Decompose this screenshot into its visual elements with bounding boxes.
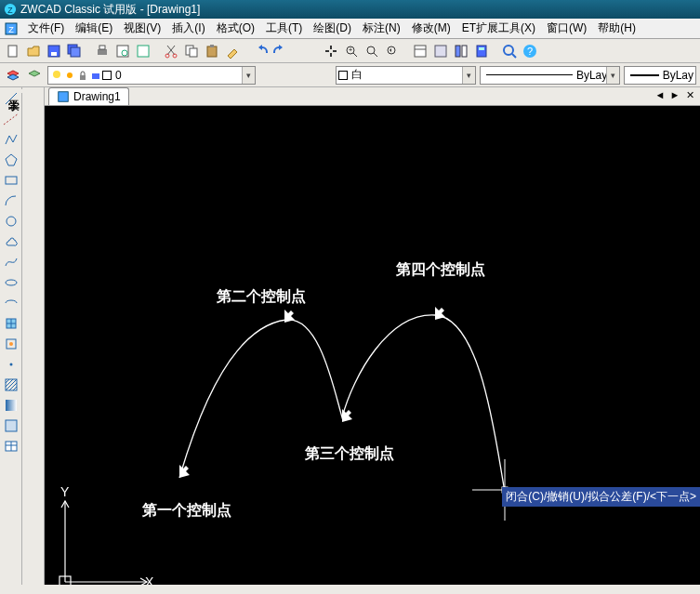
saveall-button[interactable] — [65, 42, 84, 60]
lock-icon — [76, 69, 89, 82]
menu-ettools[interactable]: ET扩展工具(X) — [456, 19, 541, 38]
svg-rect-53 — [6, 420, 17, 431]
svg-point-49 — [9, 342, 13, 346]
command-prompt: 闭合(C)/撤销(U)/拟合公差(F)/<下一点> — [502, 487, 700, 507]
new-button[interactable] — [4, 42, 22, 60]
linetype-dropdown[interactable]: ByLayer ▾ — [480, 66, 620, 85]
drawing-canvas[interactable]: X Y 第一个控制点 第二个控制点 第三个控制点 第四个控制点 闭合(C)/撤销… — [45, 106, 700, 585]
svg-rect-4 — [8, 46, 17, 57]
label-point-1: 第一个控制点 — [142, 501, 231, 521]
menu-view[interactable]: 视图(V) — [118, 19, 166, 38]
paste-button[interactable] — [203, 42, 221, 60]
draw-toolbar — [0, 87, 22, 585]
svg-line-41 — [6, 93, 17, 104]
open-button[interactable] — [24, 42, 43, 60]
color-dropdown[interactable]: 白 ▾ — [336, 66, 476, 85]
zoom-button[interactable] — [500, 42, 519, 60]
chevron-down-icon[interactable]: ▾ — [242, 67, 255, 84]
zoom-realtime-button[interactable]: + — [342, 42, 361, 60]
menu-bar: Z 文件(F) 编辑(E) 视图(V) 插入(I) 格式(O) 工具(T) 绘图… — [0, 19, 700, 39]
copy-button[interactable] — [182, 42, 201, 60]
menu-window[interactable]: 窗口(W) — [541, 19, 592, 38]
menu-format[interactable]: 格式(O) — [211, 19, 260, 38]
svg-rect-18 — [207, 46, 217, 57]
insert-block-button[interactable] — [2, 314, 20, 333]
menu-insert[interactable]: 插入(I) — [166, 19, 210, 38]
make-block-button[interactable] — [2, 335, 20, 353]
help-button[interactable]: ? — [521, 42, 539, 60]
svg-point-23 — [367, 46, 375, 54]
layer-color-swatch — [102, 71, 112, 80]
menu-dim[interactable]: 标注(N) — [357, 19, 406, 38]
properties-toolbar: 0 ▾ 白 ▾ ByLayer ▾ ByLay — [0, 63, 700, 87]
lineweight-dropdown[interactable]: ByLay — [624, 66, 696, 85]
construction-line-button[interactable] — [2, 110, 20, 128]
svg-rect-32 — [479, 47, 484, 50]
rectangle-button[interactable] — [2, 171, 20, 190]
properties-button[interactable] — [411, 42, 429, 60]
save-button[interactable] — [45, 42, 63, 60]
matchprop-button[interactable] — [223, 42, 242, 60]
ellipse-button[interactable] — [2, 273, 20, 292]
calculator-button[interactable] — [472, 42, 491, 60]
svg-rect-8 — [71, 47, 80, 57]
menu-help[interactable]: 帮助(H) — [592, 19, 641, 38]
svg-marker-43 — [6, 154, 17, 165]
polyline-button[interactable] — [2, 130, 20, 149]
layer-state-button[interactable] — [25, 66, 43, 85]
tab-drawing1[interactable]: Drawing1 — [48, 87, 129, 105]
toolbar-grip-label: 学工学农 — [4, 89, 23, 93]
svg-rect-44 — [6, 177, 17, 184]
label-point-4: 第四个控制点 — [396, 260, 485, 280]
hatch-button[interactable] — [2, 376, 20, 394]
layer-prop-button[interactable] — [4, 66, 21, 85]
revcloud-button[interactable] — [2, 232, 20, 251]
menu-file[interactable]: 文件(F) — [22, 19, 70, 38]
svg-text:Z: Z — [8, 25, 14, 34]
svg-rect-9 — [98, 49, 107, 55]
undo-button[interactable] — [251, 42, 270, 60]
svg-rect-29 — [456, 46, 460, 57]
svg-text:+: + — [349, 46, 352, 53]
svg-rect-13 — [138, 46, 149, 57]
menu-tools[interactable]: 工具(T) — [260, 19, 308, 38]
designcenter-button[interactable] — [431, 42, 450, 60]
print-preview-button[interactable] — [113, 42, 132, 60]
polygon-button[interactable] — [2, 151, 20, 169]
point-button[interactable] — [2, 355, 20, 374]
zoom-window-button[interactable] — [363, 42, 381, 60]
svg-rect-19 — [210, 45, 214, 47]
svg-line-24 — [374, 53, 377, 57]
region-button[interactable] — [2, 416, 20, 435]
publish-button[interactable] — [134, 42, 152, 60]
chevron-down-icon[interactable]: ▾ — [462, 67, 475, 84]
tab-next-button[interactable]: ► — [668, 89, 681, 101]
arc-button[interactable] — [2, 191, 20, 210]
spline-button[interactable] — [2, 253, 20, 271]
pan-button[interactable] — [322, 42, 340, 60]
tab-close-button[interactable]: ✕ — [683, 89, 696, 101]
window-title: ZWCAD Classic 试用版 - [Drawing1] — [20, 0, 200, 19]
svg-point-46 — [6, 280, 17, 285]
chevron-down-icon[interactable]: ▾ — [606, 67, 619, 84]
lineweight-label: ByLay — [663, 69, 693, 82]
tab-prev-button[interactable]: ◄ — [654, 89, 667, 101]
print-button[interactable] — [93, 42, 112, 60]
svg-rect-40 — [92, 73, 99, 79]
redo-button[interactable] — [271, 42, 290, 60]
gradient-button[interactable] — [2, 396, 20, 415]
layer-dropdown[interactable]: 0 ▾ — [47, 66, 256, 85]
axis-y-label: Y — [60, 484, 70, 499]
linetype-preview — [486, 74, 573, 75]
ellipse-arc-button[interactable] — [2, 294, 20, 312]
svg-rect-52 — [6, 400, 17, 411]
svg-point-37 — [53, 71, 60, 78]
toolpalettes-button[interactable] — [452, 42, 470, 60]
zoom-prev-button[interactable] — [383, 42, 402, 60]
cut-button[interactable] — [162, 42, 180, 60]
menu-modify[interactable]: 修改(M) — [406, 19, 456, 38]
circle-button[interactable] — [2, 212, 20, 231]
menu-draw[interactable]: 绘图(D) — [308, 19, 357, 38]
menu-edit[interactable]: 编辑(E) — [70, 19, 118, 38]
table-button[interactable] — [2, 437, 20, 455]
